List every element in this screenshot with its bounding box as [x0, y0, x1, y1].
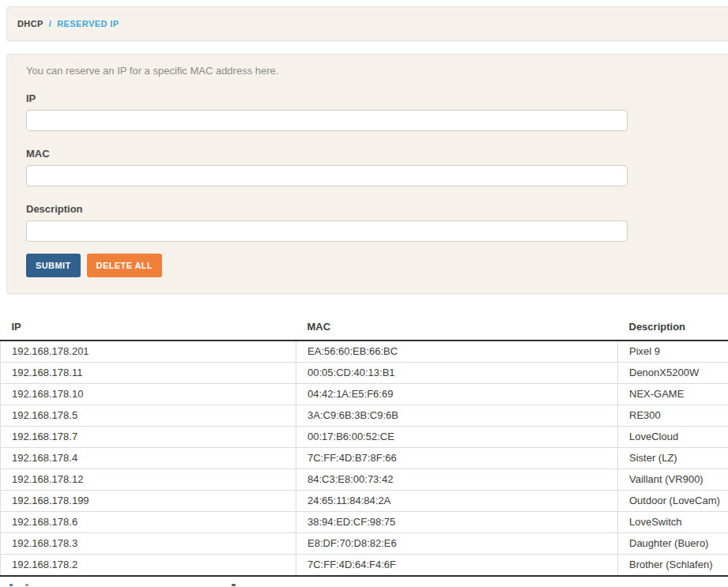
table-row: 192.168.178.638:94:ED:CF:98:75LoveSwitch: [1, 512, 728, 533]
ip-cell: 192.168.178.10: [1, 384, 296, 405]
table-row: 192.168.178.1284:C3:E8:00:73:42Vaillant …: [1, 469, 728, 491]
description-cell: Vaillant (VR900): [618, 469, 728, 491]
mac-input[interactable]: [26, 165, 628, 186]
ip-cell: 192.168.178.6: [1, 512, 296, 533]
table-row: 192.168.178.3E8:DF:70:D8:82:E6Daughter (…: [1, 533, 728, 555]
table-row: 192.168.178.1004:42:1A:E5:F6:69NEX-GAME: [1, 384, 728, 405]
mac-cell: 38:94:ED:CF:98:75: [296, 512, 618, 533]
description-cell: Sister (LZ): [618, 448, 728, 469]
reserve-ip-form-panel: You can reserve an IP for a specific MAC…: [6, 54, 728, 294]
description-field-label: Description: [26, 204, 715, 215]
description-cell: RE300: [618, 405, 728, 427]
description-cell: Brother (Schlafen): [618, 555, 728, 577]
ip-cell: 192.168.178.7: [1, 427, 296, 448]
table-row: 192.168.178.27C:FF:4D:64:F4:6FBrother (S…: [1, 555, 728, 577]
table-row: 192.168.178.1100:05:CD:40:13:B1DenonX520…: [1, 363, 728, 384]
mac-cell: EA:56:60:EB:66:BC: [296, 341, 618, 363]
mac-field-label: MAC: [26, 149, 715, 160]
page: { "breadcrumb": { "section": "DHCP", "se…: [0, 0, 728, 587]
mac-cell: E8:DF:70:D8:82:E6: [296, 533, 618, 555]
description-field-group: Description: [26, 204, 715, 242]
column-header-description: Description: [618, 316, 728, 341]
form-intro-text: You can reserve an IP for a specific MAC…: [26, 65, 715, 77]
breadcrumb: DHCP / RESERVED IP: [6, 6, 728, 41]
clipped-content-fragment: [232, 584, 236, 586]
table-row: 192.168.178.19924:65:11:84:84:2AOutdoor …: [1, 491, 728, 512]
clipped-content-fragment: [9, 584, 13, 586]
reserved-ip-table-area: IP MAC Description 192.168.178.201EA:56:…: [0, 316, 728, 577]
breadcrumb-separator: /: [49, 19, 51, 28]
breadcrumb-item-reserved-ip[interactable]: RESERVED IP: [57, 19, 119, 28]
mac-field-group: MAC: [26, 149, 715, 186]
reserved-ip-table: IP MAC Description 192.168.178.201EA:56:…: [0, 316, 728, 577]
description-input[interactable]: [26, 220, 628, 242]
ip-cell: 192.168.178.4: [1, 448, 296, 469]
breadcrumb-item-dhcp[interactable]: DHCP: [17, 19, 43, 28]
ip-cell: 192.168.178.199: [1, 491, 296, 512]
ip-cell: 192.168.178.12: [1, 469, 296, 491]
description-cell: LoveSwitch: [618, 512, 728, 533]
table-row: 192.168.178.47C:FF:4D:B7:8F:66Sister (LZ…: [1, 448, 728, 469]
mac-cell: 00:17:B6:00:52:CE: [296, 427, 618, 448]
table-header-row: IP MAC Description: [1, 316, 728, 341]
ip-field-group: IP: [26, 93, 715, 131]
ip-input[interactable]: [26, 110, 628, 131]
table-row: 192.168.178.700:17:B6:00:52:CELoveCloud: [1, 427, 728, 448]
column-header-mac: MAC: [296, 316, 618, 341]
ip-cell: 192.168.178.201: [1, 341, 296, 363]
mac-cell: 00:05:CD:40:13:B1: [296, 363, 618, 384]
reserved-ip-table-body: 192.168.178.201EA:56:60:EB:66:BCPixel 91…: [1, 341, 728, 576]
mac-cell: 7C:FF:4D:64:F4:6F: [296, 555, 618, 577]
ip-cell: 192.168.178.5: [1, 405, 296, 427]
mac-cell: 24:65:11:84:84:2A: [296, 491, 618, 512]
table-row: 192.168.178.53A:C9:6B:3B:C9:6BRE300: [1, 405, 728, 427]
mac-cell: 7C:FF:4D:B7:8F:66: [296, 448, 618, 469]
description-cell: Pixel 9: [618, 341, 728, 363]
ip-cell: 192.168.178.3: [1, 533, 296, 555]
clipped-content-fragment: [25, 584, 28, 586]
submit-button[interactable]: SUBMIT: [26, 254, 81, 277]
description-cell: LoveCloud: [618, 427, 728, 448]
mac-cell: 04:42:1A:E5:F6:69: [296, 384, 618, 405]
ip-cell: 192.168.178.2: [1, 555, 296, 577]
description-cell: Outdoor (LoveCam): [618, 491, 728, 512]
description-cell: DenonX5200W: [618, 363, 728, 384]
table-row: 192.168.178.201EA:56:60:EB:66:BCPixel 9: [1, 341, 728, 363]
form-buttons-row: SUBMIT DELETE ALL: [26, 254, 715, 277]
ip-field-label: IP: [26, 93, 715, 104]
delete-all-button[interactable]: DELETE ALL: [87, 254, 162, 277]
description-cell: NEX-GAME: [618, 384, 728, 405]
mac-cell: 84:C3:E8:00:73:42: [296, 469, 618, 491]
mac-cell: 3A:C9:6B:3B:C9:6B: [296, 405, 618, 427]
column-header-ip: IP: [1, 316, 296, 341]
description-cell: Daughter (Buero): [618, 533, 728, 555]
ip-cell: 192.168.178.11: [1, 363, 296, 384]
